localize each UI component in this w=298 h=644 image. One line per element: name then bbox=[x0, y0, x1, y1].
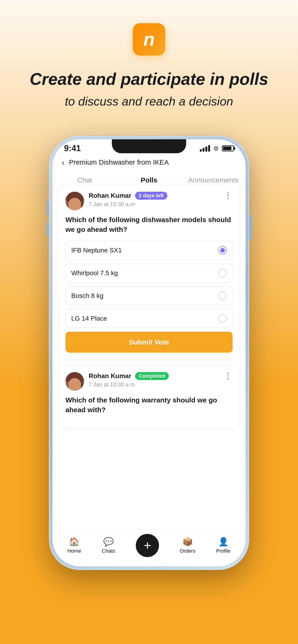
poll-more-btn-2[interactable]: ⋮ bbox=[224, 372, 232, 378]
poll-header-2: Rohan Kumar Completed 7 Jan at 10:30 a.m… bbox=[66, 372, 232, 390]
notch bbox=[112, 139, 186, 153]
poll-option-1[interactable]: IFB Neptune SX1 bbox=[66, 241, 232, 260]
scroll-area: Rohan Kumar 2 days left 7 Jan at 10:30 a… bbox=[53, 179, 245, 529]
poll-option-3[interactable]: Bosch 8 kg bbox=[66, 286, 232, 305]
poll-card-1: Rohan Kumar 2 days left 7 Jan at 10:30 a… bbox=[59, 185, 239, 359]
poll-badge-1: 2 days left bbox=[135, 192, 168, 200]
add-button[interactable]: + bbox=[136, 534, 159, 557]
submit-vote-button[interactable]: Submit Vote bbox=[66, 332, 232, 352]
poll-header-1: Rohan Kumar 2 days left 7 Jan at 10:30 a… bbox=[66, 192, 232, 210]
phone-mockup: 9:41 ⊜ ‹ Premium Dishwash bbox=[49, 136, 249, 576]
poll-date-1: 7 Jan at 10:30 a.m bbox=[89, 201, 135, 207]
nav-orders[interactable]: 📦 Orders bbox=[180, 537, 195, 554]
poll-card-2: Rohan Kumar Completed 7 Jan at 10:30 a.m… bbox=[59, 366, 239, 428]
profile-icon: 👤 bbox=[218, 537, 229, 547]
screen-title: Premium Dishwasher from IKEA bbox=[69, 158, 169, 166]
poll-question-2: Which of the following warranty should w… bbox=[66, 395, 232, 415]
phone-screen: 9:41 ⊜ ‹ Premium Dishwash bbox=[53, 139, 245, 566]
poll-meta-1: Rohan Kumar 2 days left 7 Jan at 10:30 a… bbox=[89, 192, 224, 208]
wifi-icon: ⊜ bbox=[213, 144, 219, 152]
avatar-2 bbox=[66, 372, 84, 390]
app-header: ‹ Premium Dishwasher from IKEA bbox=[53, 156, 245, 172]
poll-option-text-4: LG 14 Place bbox=[71, 315, 107, 322]
signal-icon bbox=[200, 145, 210, 152]
back-button[interactable]: ‹ bbox=[62, 158, 64, 167]
nav-profile[interactable]: 👤 Profile bbox=[216, 537, 230, 554]
plus-icon: + bbox=[144, 539, 151, 552]
chats-icon: 💬 bbox=[103, 537, 114, 547]
app-icon-letter: n bbox=[143, 29, 155, 50]
poll-username-2: Rohan Kumar bbox=[89, 372, 131, 380]
top-section: n Create and participate in polls to dis… bbox=[16, 0, 282, 127]
poll-option-4[interactable]: LG 14 Place bbox=[66, 309, 232, 328]
avatar-1 bbox=[66, 192, 84, 210]
nav-chats-label: Chats bbox=[102, 548, 115, 554]
subheadline: to discuss and reach a decision bbox=[51, 94, 247, 108]
poll-option-text-2: Whirlpool 7.5 kg bbox=[71, 270, 118, 277]
poll-option-text-1: IFB Neptune SX1 bbox=[71, 247, 122, 254]
nav-home[interactable]: 🏠 Home bbox=[68, 537, 81, 554]
poll-username-1: Rohan Kumar bbox=[89, 192, 131, 199]
nav-profile-label: Profile bbox=[216, 548, 230, 554]
poll-question-1: Which of the following dishwasher models… bbox=[66, 215, 232, 234]
app-icon: n bbox=[133, 23, 165, 56]
poll-badge-2: Completed bbox=[135, 372, 169, 380]
poll-more-btn-1[interactable]: ⋮ bbox=[224, 192, 232, 198]
poll-option-text-3: Bosch 8 kg bbox=[71, 292, 104, 300]
nav-home-label: Home bbox=[68, 548, 81, 554]
poll-option-2[interactable]: Whirlpool 7.5 kg bbox=[66, 264, 232, 282]
status-time: 9:41 bbox=[64, 144, 81, 153]
poll-date-2: 7 Jan at 10:30 a.m bbox=[89, 381, 135, 388]
nav-orders-label: Orders bbox=[180, 548, 195, 554]
poll-meta-2: Rohan Kumar Completed 7 Jan at 10:30 a.m bbox=[89, 372, 224, 388]
orders-icon: 📦 bbox=[182, 537, 193, 547]
radio-btn-4[interactable] bbox=[218, 314, 227, 323]
nav-chats[interactable]: 💬 Chats bbox=[102, 537, 115, 554]
radio-btn-1[interactable] bbox=[218, 246, 227, 254]
bottom-nav: 🏠 Home 💬 Chats + 📦 Orders 👤 Profile bbox=[53, 529, 245, 566]
headline: Create and participate in polls bbox=[16, 70, 282, 89]
home-icon: 🏠 bbox=[69, 537, 79, 547]
poll-user-row-1: Rohan Kumar 2 days left bbox=[89, 192, 224, 200]
poll-user-row-2: Rohan Kumar Completed bbox=[89, 372, 224, 380]
battery-icon bbox=[222, 145, 234, 152]
radio-btn-3[interactable] bbox=[218, 292, 227, 300]
status-icons: ⊜ bbox=[200, 144, 234, 152]
radio-btn-2[interactable] bbox=[218, 269, 227, 277]
phone-outer: 9:41 ⊜ ‹ Premium Dishwash bbox=[49, 136, 249, 570]
